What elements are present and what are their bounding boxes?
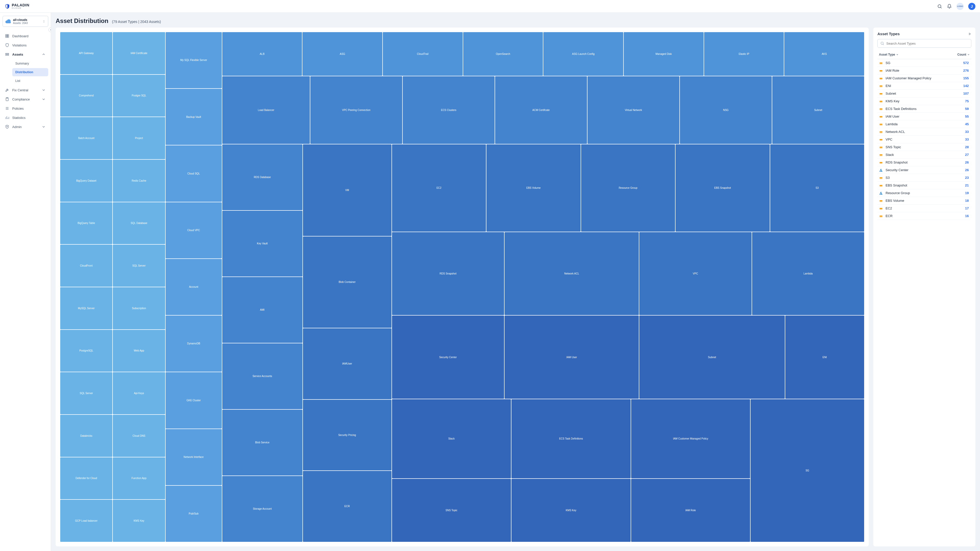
table-row[interactable]: Subnet107 [877, 90, 970, 97]
treemap-cell[interactable]: Web App [113, 330, 165, 372]
table-row[interactable]: Lambda45 [877, 121, 970, 128]
table-row[interactable]: SG572 [877, 59, 970, 67]
treemap-cell[interactable]: CloudTrail [383, 32, 463, 76]
treemap-cell[interactable]: AKS [784, 32, 864, 76]
th-count[interactable]: Count [957, 53, 970, 56]
avatar[interactable]: J [968, 3, 975, 10]
search-input[interactable] [886, 41, 969, 45]
table-row[interactable]: IAM Customer Managed Policy155 [877, 75, 970, 82]
treemap-cell[interactable]: OpenSearch [463, 32, 543, 76]
treemap-cell[interactable]: Api Keys [113, 372, 165, 414]
treemap-cell[interactable]: Project [113, 117, 165, 159]
table-row[interactable]: IAM Role276 [877, 67, 970, 75]
treemap-cell[interactable]: Batch Account [60, 117, 112, 159]
sidebar-item-compliance[interactable]: Compliance [3, 95, 48, 104]
treemap-cell[interactable]: Elastic IP [704, 32, 784, 76]
sidebar-sub-summary[interactable]: Summary [12, 59, 48, 68]
treemap-cell[interactable]: RDS Database [222, 144, 302, 210]
treemap-chart[interactable]: API GatewayComprehendBatch AccountBigQue… [60, 32, 864, 542]
treemap-cell[interactable]: Security Pricing [303, 400, 391, 471]
treemap-cell[interactable]: BigQuery Table [60, 202, 112, 245]
treemap-cell[interactable]: ACM Certifcate [495, 76, 587, 144]
treemap-cell[interactable]: DynamoDB [165, 316, 222, 372]
treemap-cell[interactable]: Cloud SQL [165, 145, 222, 202]
table-row[interactable]: EC217 [877, 205, 970, 212]
table-row[interactable]: Security Center26 [877, 166, 970, 174]
sidebar-item-assets[interactable]: Assets [3, 50, 48, 59]
treemap-cell[interactable]: ECR [303, 471, 391, 542]
treemap-cell[interactable]: IAMUser [303, 328, 391, 399]
org-logo-badge[interactable]: LOGO [956, 3, 964, 10]
treemap-cell[interactable]: KMS Key [113, 500, 165, 542]
search-asset-types[interactable] [877, 39, 971, 48]
table-row[interactable]: ENI142 [877, 82, 970, 90]
treemap-cell[interactable]: EBS Volume [487, 144, 580, 231]
treemap-cell[interactable]: Pub/Sub [165, 486, 222, 542]
treemap-cell[interactable]: API Gateway [60, 32, 112, 74]
table-row[interactable]: ECR16 [877, 212, 970, 220]
treemap-cell[interactable]: Subscription [113, 287, 165, 329]
treemap-cell[interactable]: Cloud DNS [113, 415, 165, 457]
treemap-cell[interactable]: Cloud VPC [165, 202, 222, 259]
table-row[interactable]: EBS Snapshot21 [877, 182, 970, 189]
treemap-cell[interactable]: CloudFront [60, 245, 112, 287]
treemap-cell[interactable]: S3 [770, 144, 864, 231]
treemap-cell[interactable]: Stack [392, 399, 511, 478]
treemap-cell[interactable]: VPC Peering Connection [310, 76, 402, 144]
table-row[interactable]: Stack27 [877, 151, 970, 159]
treemap-cell[interactable]: Resource Group [581, 144, 675, 231]
expand-panel-icon[interactable] [968, 32, 971, 36]
table-row[interactable]: IAM User55 [877, 113, 970, 121]
treemap-cell[interactable]: Subnet [772, 76, 864, 144]
treemap-cell[interactable]: PostgreSQL [60, 330, 112, 372]
treemap-cell[interactable]: IAM Role [631, 479, 750, 542]
treemap-cell[interactable]: Subnet [639, 316, 784, 399]
treemap-cell[interactable]: EC2 [392, 144, 486, 231]
treemap-cell[interactable]: Key Vault [222, 211, 302, 276]
treemap-cell[interactable]: GKE Cluster [165, 372, 222, 428]
treemap-cell[interactable]: ASG Launch Config [543, 32, 623, 76]
sidebar-item-policies[interactable]: Policies [3, 104, 48, 113]
table-row[interactable]: Network ACL33 [877, 128, 970, 136]
treemap-cell[interactable]: AMI [222, 277, 302, 343]
treemap-cell[interactable]: NSG [680, 76, 772, 144]
table-row[interactable]: S323 [877, 174, 970, 182]
treemap-cell[interactable]: Virtual Network [587, 76, 679, 144]
treemap-cell[interactable]: Blob Service [222, 410, 302, 475]
sidebar-sub-distribution[interactable]: Distribution [12, 68, 48, 76]
treemap-cell[interactable]: SQL Server [113, 245, 165, 287]
treemap-cell[interactable]: Databricks [60, 415, 112, 457]
treemap-cell[interactable]: Function App [113, 457, 165, 499]
treemap-cell[interactable]: ECS Clusters [403, 76, 495, 144]
sidebar-sub-list[interactable]: List [12, 77, 48, 85]
treemap-cell[interactable]: ECS Task Definitions [511, 399, 631, 478]
treemap-cell[interactable]: VM [303, 144, 391, 236]
treemap-cell[interactable]: SQL Database [113, 202, 165, 245]
treemap-cell[interactable]: MySQL Server [60, 287, 112, 329]
treemap-cell[interactable]: EBS Snapshot [676, 144, 770, 231]
cloud-selector[interactable]: all-clouds Assets: 2043 [3, 16, 48, 27]
treemap-cell[interactable]: Redis Cache [113, 160, 165, 202]
treemap-cell[interactable]: IAM User [504, 316, 639, 399]
treemap-cell[interactable]: Comprehend [60, 75, 112, 117]
treemap-cell[interactable]: SQL Server [60, 372, 112, 414]
table-row[interactable]: VPC33 [877, 136, 970, 143]
treemap-cell[interactable]: Backup Vault [165, 89, 222, 145]
treemap-cell[interactable]: Security Center [392, 316, 504, 399]
treemap-cell[interactable]: ENI [785, 316, 864, 399]
treemap-cell[interactable]: Managed Disk [624, 32, 703, 76]
sidebar-item-fix-central[interactable]: Fix Central [3, 86, 48, 95]
treemap-cell[interactable]: IAM Customer Managed Policy [631, 399, 750, 478]
treemap-cell[interactable]: Defender for Cloud [60, 457, 112, 499]
treemap-cell[interactable]: RDS Snapshot [392, 232, 504, 315]
treemap-cell[interactable]: Load Balancer [222, 76, 310, 144]
treemap-cell[interactable]: Blob Container [303, 237, 391, 328]
treemap-cell[interactable]: SG [751, 399, 864, 542]
sidebar-item-admin[interactable]: Admin [3, 122, 48, 131]
treemap-cell[interactable]: BigQuery Dataset [60, 160, 112, 202]
treemap-cell[interactable]: GCP Load balancer [60, 500, 112, 542]
brand-logo[interactable]: PALADIN CLOUD [5, 3, 29, 9]
treemap-cell[interactable]: ALB [222, 32, 302, 76]
treemap-cell[interactable]: ASG [302, 32, 382, 76]
treemap-cell[interactable]: VPC [639, 232, 751, 315]
